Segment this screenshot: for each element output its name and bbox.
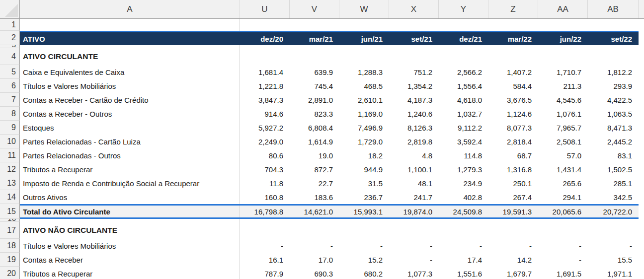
cell-U19[interactable]: 16.1: [240, 253, 290, 267]
cell-V15[interactable]: 14,621.0: [290, 206, 339, 217]
row-number-7[interactable]: 7: [0, 93, 20, 107]
cell-U2[interactable]: dez/20: [240, 32, 290, 45]
cell-AA9[interactable]: 7,965.7: [538, 121, 588, 135]
cell-AB5[interactable]: 1,812.2: [588, 65, 639, 79]
cell-AB17[interactable]: [588, 222, 639, 239]
cell-AA12[interactable]: 1,431.4: [538, 162, 588, 176]
row-number-12[interactable]: 12: [0, 162, 20, 176]
cell-AA6[interactable]: 211.3: [538, 79, 588, 93]
cell-V6[interactable]: 745.4: [290, 79, 339, 93]
cell-AA18[interactable]: -: [538, 239, 588, 253]
cell-AA1[interactable]: [538, 19, 588, 31]
cell-AB6[interactable]: 293.9: [588, 79, 639, 93]
cell-Y13[interactable]: 234.9: [439, 176, 488, 190]
row-number-18[interactable]: 18: [0, 239, 20, 253]
cell-X1[interactable]: [389, 19, 439, 31]
cell-AB1[interactable]: [588, 19, 639, 31]
cell-V19[interactable]: 17.0: [290, 253, 339, 267]
cell-Y10[interactable]: 3,592.4: [439, 135, 488, 148]
row-number-20[interactable]: 20: [0, 267, 20, 279]
cell-X20[interactable]: 1,077.3: [389, 267, 439, 279]
cell-V11[interactable]: 19.0: [290, 148, 339, 162]
cell-W19[interactable]: 15.2: [339, 253, 389, 267]
cell-V14[interactable]: 183.6: [290, 190, 339, 204]
row-number-2[interactable]: 2: [0, 31, 20, 45]
cell-V2[interactable]: mar/21: [290, 32, 339, 45]
cell-X8[interactable]: 1,240.6: [389, 107, 439, 121]
cell-W7[interactable]: 2,610.1: [339, 93, 389, 107]
cell-AB9[interactable]: 8,471.3: [588, 121, 639, 135]
cell-A18[interactable]: Títulos e Valores Mobiliários: [20, 239, 240, 253]
cell-Y18[interactable]: -: [439, 239, 488, 253]
row-number-9[interactable]: 9: [0, 121, 20, 135]
cell-W13[interactable]: 31.5: [339, 176, 389, 190]
cell-U5[interactable]: 1,681.4: [240, 65, 290, 79]
cell-V4[interactable]: [290, 48, 339, 65]
cell-AA4[interactable]: [538, 48, 588, 65]
cell-AB14[interactable]: 342.5: [588, 190, 639, 204]
row-number-17[interactable]: 17: [0, 222, 20, 239]
cell-Y7[interactable]: 4,618.0: [439, 93, 488, 107]
cell-Z20[interactable]: 1,679.7: [488, 267, 538, 279]
column-header-V[interactable]: V: [290, 0, 339, 18]
cell-Z15[interactable]: 19,591.3: [488, 206, 538, 217]
column-header-Y[interactable]: Y: [439, 0, 488, 18]
cell-Y14[interactable]: 402.8: [439, 190, 488, 204]
cell-W1[interactable]: [339, 19, 389, 31]
cell-X5[interactable]: 751.2: [389, 65, 439, 79]
cell-V20[interactable]: 690.3: [290, 267, 339, 279]
cell-Y8[interactable]: 1,032.7: [439, 107, 488, 121]
cell-Z4[interactable]: [488, 48, 538, 65]
cell-W6[interactable]: 468.5: [339, 79, 389, 93]
cell-W2[interactable]: jun/21: [339, 32, 389, 45]
cell-W10[interactable]: 1,729.0: [339, 135, 389, 148]
cell-Y2[interactable]: dez/21: [439, 32, 488, 45]
cell-AA10[interactable]: 2,508.1: [538, 135, 588, 148]
cell-AA11[interactable]: 57.0: [538, 148, 588, 162]
cell-U10[interactable]: 2,249.0: [240, 135, 290, 148]
cell-W9[interactable]: 7,496.9: [339, 121, 389, 135]
cell-Z6[interactable]: 584.4: [488, 79, 538, 93]
cell-AB11[interactable]: 83.1: [588, 148, 639, 162]
cell-X14[interactable]: 241.7: [389, 190, 439, 204]
cell-W11[interactable]: 18.2: [339, 148, 389, 162]
row-number-19[interactable]: 19: [0, 253, 20, 267]
cell-AB2[interactable]: set/22: [588, 32, 639, 45]
cell-Y6[interactable]: 1,556.4: [439, 79, 488, 93]
cell-V7[interactable]: 2,891.0: [290, 93, 339, 107]
cell-V5[interactable]: 639.9: [290, 65, 339, 79]
cell-Y12[interactable]: 1,279.3: [439, 162, 488, 176]
cell-AB8[interactable]: 1,063.5: [588, 107, 639, 121]
cell-V18[interactable]: -: [290, 239, 339, 253]
cell-X9[interactable]: 8,126.3: [389, 121, 439, 135]
cell-U13[interactable]: 11.8: [240, 176, 290, 190]
cell-AA17[interactable]: [538, 222, 588, 239]
cell-AB7[interactable]: 4,422.5: [588, 93, 639, 107]
cell-X10[interactable]: 2,819.8: [389, 135, 439, 148]
cell-Z12[interactable]: 1,316.8: [488, 162, 538, 176]
cell-AA20[interactable]: 1,691.5: [538, 267, 588, 279]
cell-X18[interactable]: -: [389, 239, 439, 253]
column-header-A[interactable]: A: [20, 0, 240, 18]
row-number-1[interactable]: 1: [0, 19, 20, 31]
cell-A20[interactable]: Tributos a Recuperar: [20, 267, 240, 279]
cell-AB13[interactable]: 285.1: [588, 176, 639, 190]
cell-Z9[interactable]: 8,077.3: [488, 121, 538, 135]
cell-V12[interactable]: 872.7: [290, 162, 339, 176]
cell-X4[interactable]: [389, 48, 439, 65]
cell-V8[interactable]: 823.3: [290, 107, 339, 121]
cell-X17[interactable]: [389, 222, 439, 239]
cell-V1[interactable]: [290, 19, 339, 31]
row-number-5[interactable]: 5: [0, 65, 20, 79]
cell-A4[interactable]: ATIVO CIRCULANTE: [20, 48, 240, 65]
cell-AB18[interactable]: -: [588, 239, 639, 253]
cell-AA5[interactable]: 1,710.7: [538, 65, 588, 79]
cell-Z11[interactable]: 68.7: [488, 148, 538, 162]
cell-W12[interactable]: 944.9: [339, 162, 389, 176]
row-number-4[interactable]: 4: [0, 48, 20, 65]
cell-Y20[interactable]: 1,551.6: [439, 267, 488, 279]
cell-A1[interactable]: [20, 19, 240, 31]
cell-W8[interactable]: 1,169.0: [339, 107, 389, 121]
cell-X2[interactable]: set/21: [389, 32, 439, 45]
cell-X15[interactable]: 19,874.0: [389, 206, 439, 217]
